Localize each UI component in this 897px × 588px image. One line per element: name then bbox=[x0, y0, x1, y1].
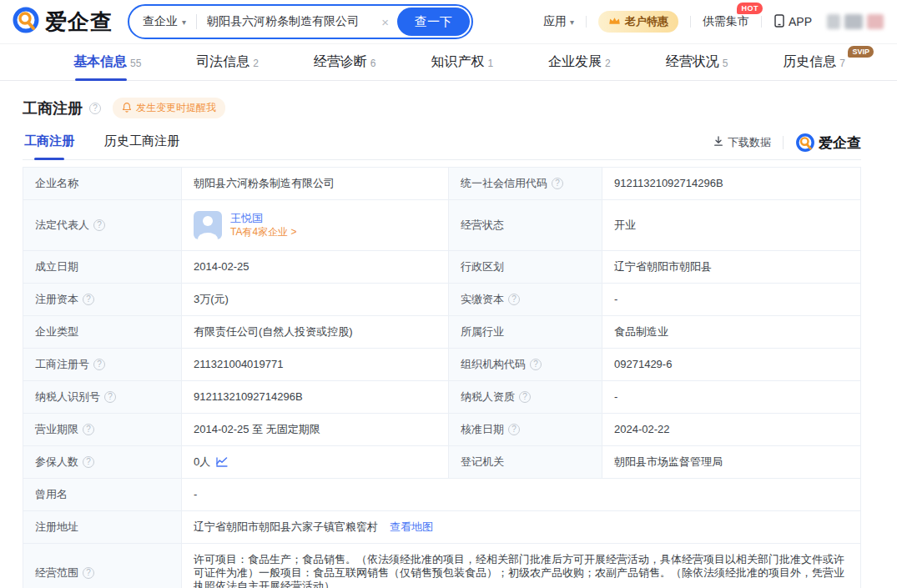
main-tab-bar: 基本信息 55 司法信息 2 经营诊断 6 知识产权 1 企业发展 2 经营状况… bbox=[0, 43, 897, 81]
business-term-value: 2014-02-25 至 无固定期限 bbox=[182, 414, 449, 446]
blurred-block bbox=[867, 14, 884, 29]
actions-divider bbox=[783, 136, 784, 149]
table-row: 曾用名 - bbox=[23, 479, 861, 511]
tab-business-diagnosis[interactable]: 经营诊断 6 bbox=[314, 44, 376, 80]
top-nav: 应用 ▾ 老户特惠 供需集市 HOT APP bbox=[543, 11, 884, 33]
former-name-value: - bbox=[182, 479, 861, 511]
field-label: 经营范围? bbox=[23, 544, 182, 588]
apps-menu[interactable]: 应用 ▾ bbox=[543, 14, 574, 29]
search-bar: 查企业 ▾ × 查一下 bbox=[128, 4, 473, 39]
reminder-label: 发生变更时提醒我 bbox=[136, 101, 216, 115]
tab-basic-info[interactable]: 基本信息 55 bbox=[73, 44, 141, 80]
help-icon[interactable]: ? bbox=[508, 294, 520, 305]
search-category-dropdown[interactable]: 查企业 ▾ bbox=[143, 14, 186, 29]
main-content: 工商注册 ? 发生变更时提醒我 工商注册 历史工商注册 bbox=[0, 81, 897, 588]
field-label: 企业名称 bbox=[23, 168, 182, 200]
legal-representative-link[interactable]: 王悦国 bbox=[230, 211, 296, 225]
tab-count: 1 bbox=[487, 58, 493, 69]
search-button[interactable]: 查一下 bbox=[397, 8, 470, 36]
promo-button[interactable]: 老户特惠 bbox=[598, 11, 678, 33]
tab-operating-status[interactable]: 经营状况 5 bbox=[666, 44, 728, 80]
operating-status-value: 开业 bbox=[602, 200, 861, 251]
help-icon[interactable]: ? bbox=[83, 456, 94, 468]
help-icon[interactable]: ? bbox=[530, 359, 542, 370]
tab-count: 2 bbox=[605, 58, 611, 69]
help-icon[interactable]: ? bbox=[508, 424, 520, 435]
field-label: 实缴资本? bbox=[449, 284, 602, 316]
app-label: APP bbox=[789, 15, 812, 28]
tab-company-development[interactable]: 企业发展 2 bbox=[548, 44, 611, 80]
blurred-block bbox=[844, 14, 863, 29]
related-companies-link[interactable]: TA有4家企业 > bbox=[230, 225, 296, 239]
field-label: 注册资本? bbox=[23, 284, 182, 316]
company-name-value: 朝阳县六河粉条制造有限公司 bbox=[182, 168, 449, 200]
user-avatar-blurred[interactable] bbox=[827, 14, 884, 29]
person-avatar[interactable] bbox=[194, 211, 222, 239]
aiqicha-logo[interactable]: 爱企查 bbox=[12, 6, 113, 38]
hot-badge: HOT bbox=[737, 3, 763, 14]
subtab-bar: 工商注册 历史工商注册 下载数据 bbox=[23, 130, 861, 160]
help-icon[interactable]: ? bbox=[83, 567, 94, 579]
top-header: 爱企查 查企业 ▾ × 查一下 应用 ▾ 老户特惠 供需集市 HOT bbox=[0, 0, 897, 43]
tab-intellectual-property[interactable]: 知识产权 1 bbox=[431, 44, 493, 80]
help-icon[interactable]: ? bbox=[552, 178, 563, 189]
help-icon[interactable]: ? bbox=[83, 424, 94, 435]
help-icon[interactable]: ? bbox=[93, 359, 105, 370]
field-label: 成立日期 bbox=[23, 251, 182, 284]
section-header: 工商注册 ? 发生变更时提醒我 bbox=[23, 81, 861, 130]
tab-label: 企业发展 bbox=[548, 53, 602, 71]
business-scope-value: 许可项目：食品生产；食品销售。（依法须经批准的项目，经相关部门批准后方可开展经营… bbox=[182, 544, 861, 588]
admin-division-value: 辽宁省朝阳市朝阳县 bbox=[602, 251, 861, 284]
supply-market-link[interactable]: 供需集市 HOT bbox=[703, 14, 749, 29]
download-data-button[interactable]: 下载数据 bbox=[713, 135, 771, 150]
apps-label: 应用 bbox=[543, 14, 567, 29]
field-label: 企业类型 bbox=[23, 316, 182, 349]
legal-representative-cell: 王悦国 TA有4家企业 > bbox=[182, 200, 449, 251]
watermark-text: 爱企查 bbox=[819, 133, 861, 153]
search-category-label: 查企业 bbox=[143, 14, 178, 29]
subtab-history-registration[interactable]: 历史工商注册 bbox=[103, 133, 181, 159]
clear-search-icon[interactable]: × bbox=[381, 15, 389, 29]
tab-label: 司法信息 bbox=[196, 53, 249, 71]
field-label: 组织机构代码? bbox=[449, 349, 602, 381]
tab-judicial-info[interactable]: 司法信息 2 bbox=[196, 44, 259, 80]
credit-code-value: 91211321092714296B bbox=[602, 168, 861, 200]
help-icon[interactable]: ? bbox=[89, 103, 101, 114]
search-input[interactable] bbox=[207, 15, 373, 28]
registered-capital-value: 3万(元) bbox=[182, 284, 449, 316]
view-map-link[interactable]: 查看地图 bbox=[390, 520, 433, 533]
taxpayer-id-value: 91211321092714296B bbox=[182, 381, 449, 414]
subtab-registration[interactable]: 工商注册 bbox=[23, 133, 76, 159]
tab-count: 7 bbox=[839, 58, 845, 69]
help-icon[interactable]: ? bbox=[519, 391, 531, 403]
aiqicha-watermark-icon bbox=[795, 133, 815, 153]
change-reminder-button[interactable]: 发生变更时提醒我 bbox=[113, 98, 225, 118]
table-row: 参保人数? 0人 登记机关 朝阳县市场监督管理局 bbox=[23, 446, 861, 479]
registration-authority-value: 朝阳县市场监督管理局 bbox=[602, 446, 861, 479]
tab-history-info[interactable]: 历史信息 7 SVIP bbox=[783, 44, 845, 80]
registration-info-table: 企业名称 朝阳县六河粉条制造有限公司 统一社会信用代码? 91211321092… bbox=[23, 167, 861, 588]
svip-badge: SVIP bbox=[848, 46, 874, 58]
field-label: 纳税人资质? bbox=[449, 381, 602, 414]
trend-chart-icon[interactable] bbox=[216, 457, 228, 467]
blurred-block bbox=[827, 14, 840, 29]
help-icon[interactable]: ? bbox=[93, 219, 105, 231]
field-label: 曾用名 bbox=[23, 479, 182, 511]
active-tab-underline bbox=[75, 78, 127, 81]
help-icon[interactable]: ? bbox=[104, 391, 116, 403]
subtab-label: 工商注册 bbox=[24, 133, 74, 148]
table-row: 工商注册号? 211321004019771 组织机构代码? 09271429-… bbox=[23, 349, 861, 381]
subtab-label: 历史工商注册 bbox=[104, 133, 179, 148]
field-label: 工商注册号? bbox=[23, 349, 182, 381]
industry-value: 食品制造业 bbox=[602, 316, 861, 349]
help-icon[interactable]: ? bbox=[83, 294, 94, 305]
insured-count-cell: 0人 bbox=[182, 446, 449, 479]
table-row: 法定代表人? 王悦国 TA有4家企业 > 经营状态 开业 bbox=[23, 200, 861, 251]
field-label: 统一社会信用代码? bbox=[449, 168, 602, 200]
section-title: 工商注册 bbox=[23, 98, 83, 118]
active-subtab-underline bbox=[34, 158, 64, 160]
app-download-link[interactable]: APP bbox=[774, 14, 812, 30]
tab-label: 知识产权 bbox=[431, 53, 484, 71]
registration-number-value: 211321004019771 bbox=[182, 349, 449, 381]
market-label: 供需集市 bbox=[703, 14, 749, 29]
